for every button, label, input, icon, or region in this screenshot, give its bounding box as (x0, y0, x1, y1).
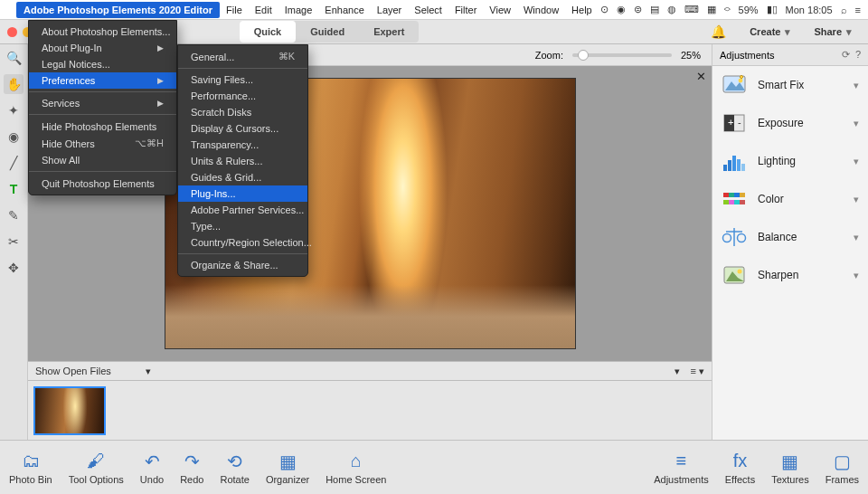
chevron-down-icon: ▾ (854, 118, 859, 129)
app-menu-dropdown: About Photoshop Elements...About Plug-In… (28, 20, 177, 195)
smart-fix-icon (722, 72, 747, 98)
adjust-label: Exposure (758, 117, 843, 129)
menu-item[interactable]: Scratch Disks (178, 104, 307, 120)
menu-item[interactable]: Show All (29, 152, 176, 168)
menu-image[interactable]: Image (278, 5, 319, 15)
quick-select-tool[interactable]: ✦ (4, 100, 24, 120)
hand-tool[interactable]: ✋ (4, 74, 24, 94)
zoom-tool[interactable]: 🔍 (4, 48, 24, 68)
share-button[interactable]: Share (805, 22, 861, 43)
menu-item[interactable]: Units & Rulers... (178, 153, 307, 169)
undo-icon: ↶ (145, 451, 160, 472)
menu-item[interactable]: Hide Others⌥⌘H (29, 135, 176, 152)
menu-item-label: Quit Photoshop Elements (42, 178, 155, 189)
menu-file[interactable]: File (220, 5, 249, 15)
adjust-lighting[interactable]: Lighting▾ (712, 142, 868, 180)
close-image-button[interactable]: ✕ (696, 70, 706, 83)
menu-enhance[interactable]: Enhance (318, 5, 370, 15)
tab-guided[interactable]: Guided (296, 21, 359, 43)
move-tool[interactable]: ✥ (4, 258, 24, 278)
menu-edit[interactable]: Edit (249, 5, 278, 15)
undo-button[interactable]: ↶Undo (140, 451, 164, 485)
zoom-slider[interactable] (572, 53, 672, 57)
menu-item-label: General... (191, 52, 234, 62)
menu-item[interactable]: Adobe Partner Services... (178, 202, 307, 218)
crop-tool[interactable]: ✂ (4, 232, 24, 252)
menu-select[interactable]: Select (408, 5, 448, 15)
menu-item[interactable]: Services▶ (29, 95, 176, 111)
panel-title: Adjustments (720, 50, 775, 61)
submenu-arrow-icon: ▶ (132, 76, 164, 85)
menu-item[interactable]: Organize & Share... (178, 257, 307, 273)
menu-item[interactable]: Country/Region Selection... (178, 234, 307, 251)
organizer-button[interactable]: ▦Organizer (266, 451, 309, 485)
menu-item[interactable]: Performance... (178, 88, 307, 104)
menu-item[interactable]: Transparency... (178, 137, 307, 153)
menu-item[interactable]: Legal Notices... (29, 56, 176, 72)
menu-window[interactable]: Window (517, 5, 565, 15)
menu-help[interactable]: Help (565, 5, 599, 15)
menu-item[interactable]: Preferences▶ (29, 72, 176, 89)
chevron-down-icon: ▾ (854, 232, 859, 243)
svg-point-28 (738, 270, 742, 274)
menu-item[interactable]: Type... (178, 218, 307, 234)
text-tool[interactable]: T (4, 179, 24, 199)
menu-icon[interactable]: ≡ (855, 5, 861, 15)
adjust-sharpen[interactable]: Sharpen▾ (712, 256, 868, 294)
menu-item[interactable]: About Photoshop Elements... (29, 24, 176, 40)
menu-item[interactable]: General...⌘K (178, 48, 307, 65)
home-icon: ⌂ (351, 451, 362, 472)
adjust-smart-fix[interactable]: Smart Fix▾ (712, 66, 868, 104)
menu-item[interactable]: Plug-Ins... (178, 185, 307, 202)
adjust-label: Balance (758, 231, 843, 243)
photo-bin-button[interactable]: 🗂Photo Bin (9, 451, 52, 485)
tool-options-icon: 🖌 (87, 451, 105, 472)
adjust-color[interactable]: Color▾ (712, 180, 868, 218)
reset-icon[interactable]: ⟳ (842, 49, 850, 61)
home-button[interactable]: ⌂Home Screen (326, 451, 386, 485)
bell-icon[interactable]: 🔔 (711, 24, 726, 39)
menu-item-label: Show All (42, 155, 80, 166)
redeye-tool[interactable]: ◉ (4, 127, 24, 147)
menu-item[interactable]: Display & Cursors... (178, 120, 307, 137)
close-icon[interactable] (7, 27, 17, 37)
healing-tool[interactable]: ✎ (4, 205, 24, 225)
redo-button[interactable]: ↷Redo (180, 451, 203, 485)
menu-item-label: Country/Region Selection... (191, 237, 312, 248)
menu-filter[interactable]: Filter (448, 5, 483, 15)
app-menu[interactable]: Adobe Photoshop Elements 2020 Editor (16, 2, 220, 18)
help-icon[interactable]: ? (855, 49, 861, 61)
menu-item[interactable]: Quit Photoshop Elements⌘Q (29, 175, 176, 192)
mac-status: ⊙ ◉ ⊜ ▤ ◍ ⌨ ▦ ⌔ 59% ▮▯ Mon 18:05 ⌕ ≡ (600, 4, 861, 15)
status-icon: ⊜ (634, 4, 642, 15)
lighting-icon (722, 148, 747, 174)
menu-view[interactable]: View (483, 5, 517, 15)
menu-item[interactable]: Guides & Grid... (178, 169, 307, 185)
button-label: Effects (725, 474, 755, 485)
menu-item[interactable]: Hide Photoshop Elements^⌘H (29, 118, 176, 135)
svg-rect-14 (729, 193, 734, 197)
thumbnail[interactable] (33, 386, 106, 435)
menu-item[interactable]: Saving Files... (178, 71, 307, 88)
adjust-exposure[interactable]: +-Exposure▾ (712, 104, 868, 142)
sort-icon[interactable]: ≡ ▾ (691, 366, 704, 377)
adjust-balance[interactable]: Balance▾ (712, 218, 868, 256)
tab-expert[interactable]: Expert (359, 21, 419, 43)
adjustments-button[interactable]: ≡Adjustments (654, 451, 709, 485)
layout-dropdown[interactable] (669, 366, 685, 377)
create-button[interactable]: Create (741, 22, 799, 43)
frames-button[interactable]: ▢Frames (826, 451, 859, 485)
menu-layer[interactable]: Layer (371, 5, 409, 15)
chevron-down-icon[interactable]: ▾ (111, 366, 151, 377)
rotate-button[interactable]: ⟲Rotate (220, 451, 249, 485)
menu-item-label: Legal Notices... (42, 59, 110, 70)
tool-options-button[interactable]: 🖌Tool Options (69, 451, 124, 485)
wifi-icon: ⌔ (724, 5, 731, 15)
textures-button[interactable]: ▦Textures (771, 451, 809, 485)
menu-item[interactable]: About Plug-In▶ (29, 40, 176, 56)
search-icon[interactable]: ⌕ (841, 5, 847, 15)
tab-quick[interactable]: Quick (240, 21, 297, 43)
effects-button[interactable]: fxEffects (725, 451, 755, 485)
svg-rect-16 (740, 193, 745, 197)
whiten-tool[interactable]: ╱ (4, 153, 24, 173)
